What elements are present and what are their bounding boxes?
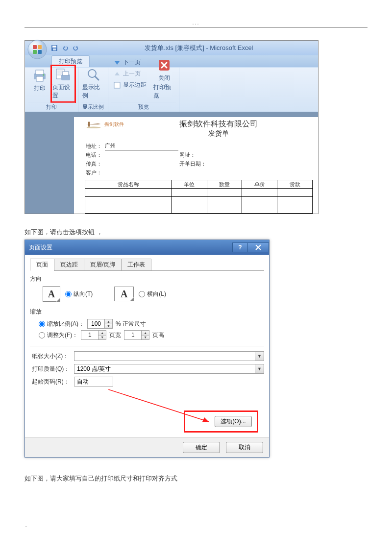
close-preview-button[interactable]: 关闭 打印预览 — [152, 55, 176, 102]
chevron-down-icon[interactable]: ▼ — [255, 364, 264, 373]
spin-up-icon[interactable]: ▲ — [105, 319, 112, 324]
page-setup-icon — [55, 68, 71, 82]
checkbox-icon — [113, 81, 121, 89]
qat-save-button[interactable] — [50, 44, 58, 52]
ok-button[interactable]: 确定 — [183, 442, 220, 453]
date-label: 开单日期： — [179, 160, 238, 168]
portrait-icon: A — [43, 286, 60, 302]
first-page-label: 起始页码(R)： — [32, 378, 70, 386]
x-icon — [255, 244, 261, 250]
scale-ratio-suffix: % 正常尺寸 — [116, 320, 146, 328]
addr-label: 地址： — [86, 142, 104, 150]
fit-height-spinner[interactable]: ▲▼ — [124, 330, 149, 340]
fit-to-radio[interactable]: 调整为(F)： — [39, 331, 78, 339]
table-row — [85, 205, 314, 214]
svg-rect-9 — [36, 70, 44, 74]
cancel-button[interactable]: 取消 — [226, 442, 263, 453]
svg-rect-10 — [36, 76, 43, 81]
dialog-close-button[interactable] — [247, 242, 269, 252]
paper-size-input[interactable] — [74, 352, 255, 361]
excel-window: 发货单.xls [兼容模式] - Microsoft Excel 打印预览 打印… — [24, 40, 318, 214]
print-quality-input[interactable] — [74, 364, 255, 373]
logo-text: 振剑软件 — [104, 121, 124, 128]
page-setup-button[interactable]: 页面设置 — [51, 66, 75, 102]
fit-width-spinner[interactable]: ▲▼ — [81, 330, 106, 340]
dialog-titlebar: 页面设置 ? — [25, 240, 269, 255]
print-quality-label: 打印质量(Q)： — [32, 365, 70, 373]
scale-ratio-radio[interactable]: 缩放比例(A)： — [39, 320, 84, 328]
svg-rect-13 — [57, 71, 63, 72]
col-unit: 单位 — [172, 180, 207, 189]
footer-dots: .. — [24, 522, 368, 528]
group-label-preview: 预览 — [111, 102, 176, 111]
tab-sheet[interactable]: 工作表 — [121, 259, 151, 271]
fax-label: 传真： — [86, 160, 104, 168]
scale-label: 缩放 — [30, 308, 264, 316]
svg-rect-4 — [38, 50, 42, 54]
show-margins-label: 显示边距 — [123, 81, 147, 89]
table-row — [85, 197, 314, 205]
dialog-help-button[interactable]: ? — [232, 242, 248, 252]
fit-width-input[interactable] — [81, 331, 98, 339]
spin-down-icon[interactable]: ▼ — [105, 324, 112, 329]
fit-height-suffix: 页高 — [152, 331, 164, 339]
addr-value: 广州 — [105, 142, 178, 150]
options-button[interactable]: 选项(O)... — [215, 416, 252, 427]
tel-label: 电话： — [86, 151, 104, 159]
col-name: 货品名称 — [85, 180, 172, 189]
svg-rect-3 — [33, 50, 37, 54]
spin-down-icon[interactable]: ▼ — [98, 336, 106, 340]
header-ellipsis: ... — [24, 20, 368, 25]
svg-rect-7 — [53, 48, 56, 50]
spin-up-icon[interactable]: ▲ — [142, 331, 149, 336]
print-quality-combo[interactable]: ▼ — [74, 364, 264, 374]
show-margins-checkbox[interactable]: 显示边距 — [111, 80, 148, 90]
office-orb-icon — [27, 39, 48, 60]
next-page-button[interactable]: 下一页 — [111, 57, 148, 68]
scale-ratio-spinner[interactable]: ▲▼ — [87, 319, 113, 329]
svg-rect-15 — [57, 74, 61, 75]
landscape-radio[interactable]: 横向(L) — [139, 290, 166, 298]
prev-page-label: 上一页 — [123, 70, 141, 78]
svg-rect-1 — [33, 45, 37, 49]
dialog-title: 页面设置 — [29, 243, 52, 252]
col-qty: 数量 — [207, 180, 242, 189]
close-label-2: 打印预览 — [153, 83, 175, 100]
spin-down-icon[interactable]: ▼ — [142, 336, 149, 340]
col-price: 单价 — [242, 180, 277, 189]
close-label-1: 关闭 — [158, 74, 170, 82]
svg-rect-17 — [63, 72, 69, 75]
tab-margins[interactable]: 页边距 — [54, 259, 84, 271]
first-page-input[interactable] — [74, 377, 113, 386]
qat-undo-button[interactable] — [61, 44, 69, 52]
excel-titlebar: 发货单.xls [兼容模式] - Microsoft Excel — [25, 41, 318, 55]
scale-ratio-input[interactable] — [88, 319, 104, 328]
qat-redo-button[interactable] — [72, 44, 80, 52]
next-page-label: 下一页 — [123, 58, 141, 67]
portrait-radio[interactable]: 纵向(T) — [65, 290, 93, 298]
dialog-tabrow: 页面 页边距 页眉/页脚 工作表 — [30, 259, 264, 271]
save-icon — [51, 45, 58, 51]
tab-header-footer[interactable]: 页眉/页脚 — [84, 259, 122, 271]
magnifier-icon — [85, 67, 101, 82]
preview-canvas: 振剑软件 振剑软件科技有限公司 发货单 地址：广州 电话：网址： 传真：开单日期… — [25, 112, 318, 214]
undo-icon — [62, 45, 69, 51]
landscape-icon: A — [114, 287, 134, 301]
prev-page-button[interactable]: 上一页 — [111, 69, 148, 79]
chevron-down-icon[interactable]: ▼ — [255, 352, 264, 361]
preview-page: 振剑软件 振剑软件科技有限公司 发货单 地址：广州 电话：网址： 传真：开单日期… — [74, 117, 318, 214]
svg-rect-6 — [52, 46, 56, 48]
fit-height-input[interactable] — [124, 331, 141, 339]
paper-size-combo[interactable]: ▼ — [74, 351, 264, 361]
tab-page[interactable]: 页面 — [30, 259, 54, 271]
svg-rect-14 — [57, 72, 63, 73]
spin-up-icon[interactable]: ▲ — [98, 331, 106, 336]
paper-size-label: 纸张大小(Z)： — [32, 352, 70, 361]
office-orb-button[interactable] — [27, 39, 48, 60]
doc-subtitle: 发货单 — [124, 129, 313, 138]
svg-line-19 — [95, 76, 98, 80]
svg-point-11 — [43, 74, 45, 76]
print-button[interactable]: 打印 — [28, 66, 51, 102]
zoom-button[interactable]: 显示比例 — [81, 65, 105, 102]
dialog-footer: 确定 取消 — [25, 437, 269, 457]
